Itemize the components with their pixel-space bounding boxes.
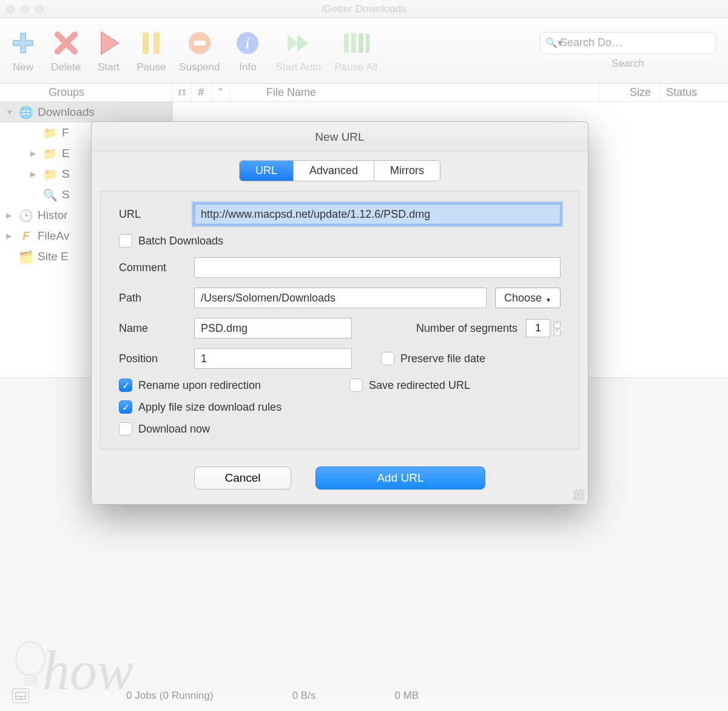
svg-point-10 <box>16 642 45 676</box>
layout-icon[interactable] <box>12 689 29 703</box>
sidebar-item-label: S <box>62 167 70 181</box>
new-url-dialog: New URL URL Advanced Mirrors URL Batch D… <box>91 121 588 505</box>
save-redirected-checkbox[interactable] <box>349 379 363 392</box>
segments-label: Number of segments <box>416 322 517 335</box>
start-auto-button[interactable]: Start Auto <box>275 29 321 73</box>
apply-rules-label: Apply file size download rules <box>138 401 281 414</box>
jobs-status: 0 Jobs (0 Running) <box>126 690 214 702</box>
segments-input[interactable] <box>526 319 550 337</box>
pause-icon <box>136 29 166 58</box>
start-button[interactable]: Start <box>94 29 123 73</box>
site-icon: 🗂️ <box>19 250 33 263</box>
rename-label: Rename upon redirection <box>138 379 261 392</box>
tab-mirrors[interactable]: Mirrors <box>374 161 440 181</box>
col-status[interactable]: Status <box>660 84 728 101</box>
info-button[interactable]: i Info <box>233 29 262 73</box>
play-icon <box>94 29 123 58</box>
pause-button[interactable]: Pause <box>136 29 166 73</box>
info-icon: i <box>233 29 262 58</box>
sidebar-item-label: Histor <box>38 209 68 222</box>
position-label: Position <box>119 352 186 365</box>
x-icon <box>52 29 81 58</box>
sidebar-item-label: Downloads <box>38 106 95 119</box>
play-auto-icon <box>284 29 313 58</box>
name-label: Name <box>119 322 186 335</box>
tab-url[interactable]: URL <box>240 161 294 181</box>
dialog-tabs: URL Advanced Mirrors <box>92 152 588 181</box>
col-number[interactable]: # <box>191 84 212 101</box>
name-input[interactable] <box>194 318 352 339</box>
globe-icon: 🌐 <box>19 106 33 119</box>
url-label: URL <box>119 208 186 221</box>
chevron-down-icon[interactable]: ˅ <box>554 329 561 336</box>
pause-all-button[interactable]: Pause All <box>334 29 377 73</box>
search-icon: 🔍▾ <box>545 37 562 49</box>
search-label: Search <box>612 58 644 70</box>
sidebar-item-downloads[interactable]: ▼ 🌐 Downloads <box>0 102 172 123</box>
stop-icon <box>185 29 214 58</box>
delete-button[interactable]: Delete <box>51 29 81 73</box>
path-input[interactable] <box>194 288 487 308</box>
search-input[interactable] <box>560 36 709 49</box>
col-groups[interactable]: Groups <box>0 84 173 101</box>
svg-rect-1 <box>153 32 160 54</box>
col-pause-ind[interactable]: 𝗜𝗜 <box>173 84 191 101</box>
pause-all-icon <box>342 29 371 58</box>
toolbar: New Delete Start Pause <box>0 18 728 84</box>
close-window-button[interactable] <box>6 5 15 13</box>
resize-grip[interactable] <box>573 490 584 500</box>
suspend-button[interactable]: Suspend <box>179 29 220 73</box>
preserve-date-checkbox[interactable] <box>381 352 394 365</box>
col-filename[interactable]: File Name <box>230 84 599 101</box>
sidebar-item-label: E <box>62 147 70 160</box>
zoom-window-button[interactable] <box>35 5 44 13</box>
chevron-down-icon: ▼ <box>545 297 551 303</box>
clock-icon: 🕒 <box>19 209 33 222</box>
minimize-window-button[interactable] <box>21 5 29 13</box>
new-button[interactable]: New <box>8 29 38 73</box>
choose-path-button[interactable]: Choose ▼ <box>495 288 561 308</box>
col-size[interactable]: Size <box>599 84 660 101</box>
svg-rect-7 <box>351 33 356 53</box>
chevron-up-icon[interactable]: ˄ <box>554 321 561 328</box>
rename-checkbox[interactable]: ✓ <box>119 379 132 392</box>
folder-icon: 📁 <box>44 167 57 181</box>
tab-advanced[interactable]: Advanced <box>294 161 374 181</box>
sidebar-item-label: S <box>62 188 70 201</box>
svg-rect-0 <box>143 32 149 54</box>
batch-downloads-checkbox[interactable] <box>119 234 132 248</box>
traffic-lights <box>6 5 44 13</box>
titlebar: iGetter Downloads <box>0 0 728 18</box>
plus-icon <box>8 29 38 58</box>
sidebar-item-label: FileAv <box>38 229 69 243</box>
segments-stepper[interactable]: ˄ ˅ <box>554 321 561 336</box>
svg-rect-9 <box>366 33 369 53</box>
svg-rect-6 <box>344 33 349 53</box>
app-icon: F <box>19 229 33 243</box>
column-header: Groups 𝗜𝗜 # ˄ File Name Size Status <box>0 84 728 102</box>
col-sort-indicator[interactable]: ˄ <box>212 84 230 101</box>
batch-label: Batch Downloads <box>138 235 223 248</box>
comment-input[interactable] <box>194 257 561 278</box>
chevron-right-icon: ▶ <box>6 211 15 220</box>
statusbar: 0 Jobs (0 Running) 0 B/s 0 MB <box>0 687 728 705</box>
preserve-label: Preserve file date <box>400 352 485 365</box>
chevron-down-icon: ▼ <box>6 108 15 116</box>
watermark: how <box>12 638 133 693</box>
download-now-checkbox[interactable] <box>119 422 132 436</box>
apply-rules-checkbox[interactable]: ✓ <box>119 400 132 414</box>
chevron-right-icon: ▶ <box>30 149 39 158</box>
url-input[interactable] <box>194 204 561 224</box>
svg-text:i: i <box>246 33 251 52</box>
sidebar-item-label: Site E <box>38 250 69 263</box>
position-input[interactable] <box>194 348 352 369</box>
chevron-right-icon: ▶ <box>6 232 15 240</box>
dialog-title: New URL <box>92 122 588 152</box>
cancel-button[interactable]: Cancel <box>194 467 291 490</box>
save-redirected-label: Save redirected URL <box>369 379 470 392</box>
search-container: 🔍▾ Search <box>540 32 716 70</box>
add-url-button[interactable]: Add URL <box>315 467 485 490</box>
svg-rect-8 <box>359 33 363 53</box>
search-field[interactable]: 🔍▾ <box>540 32 716 54</box>
path-label: Path <box>119 292 186 305</box>
